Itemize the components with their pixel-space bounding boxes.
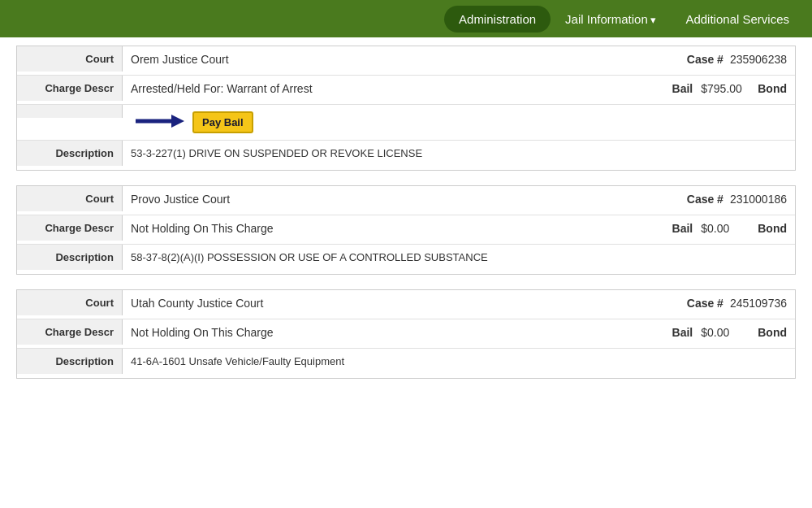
court-row-2: Court Provo Justice Court Case # 2310001…	[17, 186, 795, 215]
desc-label-3: Description	[17, 349, 123, 374]
charge-label-3: Charge Descr	[17, 319, 123, 345]
charge-label-1: Charge Descr	[17, 76, 123, 101]
charge-value-1: Arrested/Held For: Warrant of Arrest Bai…	[123, 76, 795, 102]
desc-row-3: Description 41-6A-1601 Unsafe Vehicle/Fa…	[17, 349, 795, 378]
desc-label-2: Description	[17, 245, 123, 270]
nav-item-administration[interactable]: Administration	[444, 6, 551, 33]
case-label-1: Case #	[687, 53, 723, 66]
pay-bail-value-1: Pay Bail	[123, 105, 795, 140]
desc-value-3: 41-6A-1601 Unsafe Vehicle/Faulty Equipme…	[123, 349, 795, 374]
desc-value-1: 53-3-227(1) DRIVE ON SUSPENDED OR REVOKE…	[123, 141, 795, 166]
court-name-2: Provo Justice Court	[131, 193, 687, 206]
bail-amount-3: $0.00	[701, 326, 749, 339]
charge-row-3: Charge Descr Not Holding On This Charge …	[17, 319, 795, 349]
case-block-3: Court Utah County Justice Court Case # 2…	[16, 289, 796, 379]
bail-label-1: Bail	[672, 82, 693, 95]
charge-label-2: Charge Descr	[17, 215, 123, 241]
court-value-2: Provo Justice Court Case # 231000186	[123, 186, 795, 212]
charge-row-2: Charge Descr Not Holding On This Charge …	[17, 215, 795, 245]
bond-label-3: Bond	[758, 326, 787, 339]
charge-value-3: Not Holding On This Charge Bail $0.00 Bo…	[123, 319, 795, 345]
desc-value-2: 58-37-8(2)(A)(I) POSSESSION OR USE OF A …	[123, 245, 795, 270]
case-number-1: 235906238	[730, 53, 787, 66]
pay-bail-button-1[interactable]: Pay Bail	[192, 111, 253, 133]
court-label-3: Court	[17, 290, 123, 315]
bail-amount-2: $0.00	[701, 222, 749, 235]
desc-text-3: 41-6A-1601 Unsafe Vehicle/Faulty Equipme…	[131, 355, 344, 367]
arrow-right-icon	[136, 111, 184, 133]
main-content: Court Orem Justice Court Case # 23590623…	[0, 37, 812, 402]
pay-bail-row-1: Pay Bail	[17, 105, 795, 141]
svg-marker-1	[171, 115, 184, 128]
nav-item-jail-information[interactable]: Jail Information	[551, 6, 671, 33]
desc-row-2: Description 58-37-8(2)(A)(I) POSSESSION …	[17, 245, 795, 274]
charge-row-1: Charge Descr Arrested/Held For: Warrant …	[17, 76, 795, 105]
court-value-3: Utah County Justice Court Case # 2451097…	[123, 290, 795, 316]
court-name-1: Orem Justice Court	[131, 53, 687, 66]
charge-desc-1: Arrested/Held For: Warrant of Arrest	[131, 82, 672, 95]
charge-desc-2: Not Holding On This Charge	[131, 222, 672, 235]
case-label-2: Case #	[687, 193, 723, 206]
desc-text-2: 58-37-8(2)(A)(I) POSSESSION OR USE OF A …	[131, 251, 488, 263]
desc-label-1: Description	[17, 141, 123, 166]
charge-right-2: Bail $0.00 Bond	[672, 222, 787, 235]
desc-row-1: Description 53-3-227(1) DRIVE ON SUSPEND…	[17, 141, 795, 170]
case-number-3: 245109736	[730, 297, 787, 310]
court-row-3: Court Utah County Justice Court Case # 2…	[17, 290, 795, 319]
desc-text-1: 53-3-227(1) DRIVE ON SUSPENDED OR REVOKE…	[131, 147, 422, 159]
case-block-2: Court Provo Justice Court Case # 2310001…	[16, 185, 796, 275]
charge-right-1: Bail $795.00 Bond	[672, 82, 787, 95]
court-name-3: Utah County Justice Court	[131, 297, 687, 310]
court-row-1: Court Orem Justice Court Case # 23590623…	[17, 46, 795, 76]
case-label-3: Case #	[687, 297, 723, 310]
charge-value-2: Not Holding On This Charge Bail $0.00 Bo…	[123, 215, 795, 241]
charge-right-3: Bail $0.00 Bond	[672, 326, 787, 339]
bond-label-1: Bond	[758, 82, 787, 95]
nav-item-additional-services[interactable]: Additional Services	[671, 6, 804, 33]
court-label-1: Court	[17, 46, 123, 72]
bail-label-3: Bail	[672, 326, 693, 339]
bail-amount-1: $795.00	[701, 82, 749, 95]
nav-bar: Administration Jail Information Addition…	[0, 0, 812, 37]
charge-desc-3: Not Holding On This Charge	[131, 326, 672, 339]
case-number-2: 231000186	[730, 193, 787, 206]
bond-label-2: Bond	[758, 222, 787, 235]
pay-bail-row-label-1	[17, 105, 123, 118]
court-label-2: Court	[17, 186, 123, 211]
case-block-1: Court Orem Justice Court Case # 23590623…	[16, 46, 796, 171]
bail-label-2: Bail	[672, 222, 693, 235]
court-value-1: Orem Justice Court Case # 235906238	[123, 46, 795, 72]
